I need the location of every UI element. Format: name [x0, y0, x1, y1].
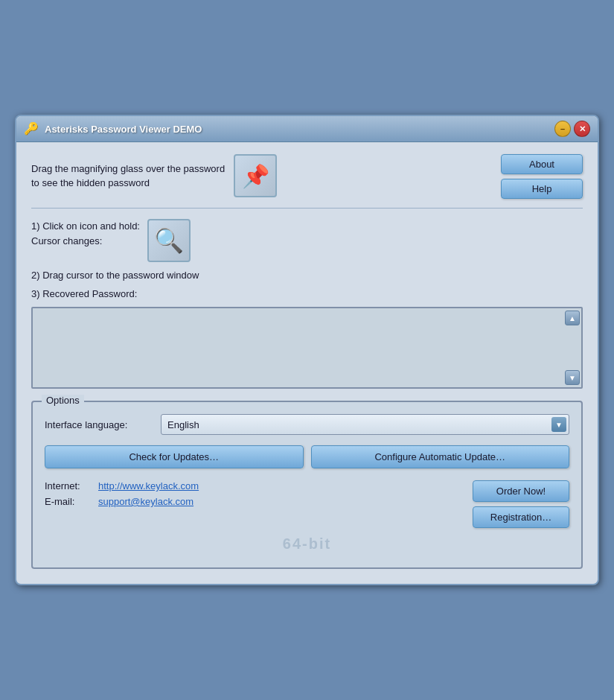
title-bar-left: 🔑 Asterisks Password Viewer DEMO — [24, 121, 202, 136]
window-title: Asterisks Password Viewer DEMO — [45, 124, 202, 135]
instructions-text: Drag the magnifying glass over the passw… — [31, 162, 225, 191]
step3-text: 3) Recovered Password: — [31, 288, 583, 299]
top-left: Drag the magnifying glass over the passw… — [31, 154, 492, 197]
step1-section: 1) Click on icon and hold: Cursor change… — [31, 219, 583, 262]
email-label: E-mail: — [45, 496, 89, 507]
magnifier-icon: 🔍 — [147, 219, 191, 262]
pin-icon: 📌 — [234, 154, 277, 197]
top-section: Drag the magnifying glass over the passw… — [31, 154, 583, 199]
help-button[interactable]: Help — [501, 179, 583, 199]
step1-line1: 1) Click on icon and hold: — [31, 219, 140, 234]
top-right-buttons: About Help — [501, 154, 583, 199]
title-buttons: – ✕ — [554, 121, 590, 137]
internet-row: Internet: http://www.keylack.com — [45, 480, 461, 491]
language-select-wrapper: English German French Spanish Russian ▼ — [161, 414, 569, 435]
scroll-down-button[interactable]: ▼ — [565, 370, 580, 385]
step1-text: 1) Click on icon and hold: Cursor change… — [31, 219, 140, 248]
minimize-button[interactable]: – — [554, 121, 571, 137]
divider — [31, 208, 583, 209]
action-buttons: Order Now! Registration… — [473, 480, 569, 528]
window-body: Drag the magnifying glass over the passw… — [16, 142, 598, 584]
step2-text: 2) Drag cursor to the password window — [31, 270, 583, 281]
order-now-button[interactable]: Order Now! — [473, 480, 569, 502]
email-link[interactable]: support@keylack.com — [98, 496, 194, 507]
internet-link[interactable]: http://www.keylack.com — [98, 480, 199, 491]
email-row: E-mail: support@keylack.com — [45, 496, 461, 507]
options-legend: Options — [42, 395, 84, 406]
bottom-section: Internet: http://www.keylack.com E-mail:… — [45, 480, 569, 528]
app-icon: 🔑 — [24, 121, 39, 136]
password-display: ▲ ▼ — [31, 307, 583, 389]
check-updates-button[interactable]: Check for Updates… — [45, 445, 304, 468]
instruction-line2: to see the hidden password — [31, 176, 225, 191]
language-label: Interface language: — [45, 419, 149, 430]
options-group: Options Interface language: English Germ… — [31, 401, 583, 569]
internet-label: Internet: — [45, 480, 89, 491]
about-button[interactable]: About — [501, 154, 583, 174]
language-row: Interface language: English German Frenc… — [45, 414, 569, 435]
title-bar: 🔑 Asterisks Password Viewer DEMO – ✕ — [16, 116, 598, 142]
watermark: 64-bit — [45, 535, 569, 553]
registration-button[interactable]: Registration… — [473, 506, 569, 528]
language-select[interactable]: English German French Spanish Russian — [161, 414, 569, 435]
configure-auto-update-button[interactable]: Configure Automatic Update… — [311, 445, 570, 468]
contact-info: Internet: http://www.keylack.com E-mail:… — [45, 480, 461, 512]
update-buttons-row: Check for Updates… Configure Automatic U… — [45, 445, 569, 468]
instruction-line1: Drag the magnifying glass over the passw… — [31, 162, 225, 176]
scroll-up-button[interactable]: ▲ — [565, 311, 580, 325]
close-button[interactable]: ✕ — [574, 121, 590, 137]
step1-line2: Cursor changes: — [31, 234, 140, 249]
main-window: 🔑 Asterisks Password Viewer DEMO – ✕ Dra… — [15, 115, 599, 585]
